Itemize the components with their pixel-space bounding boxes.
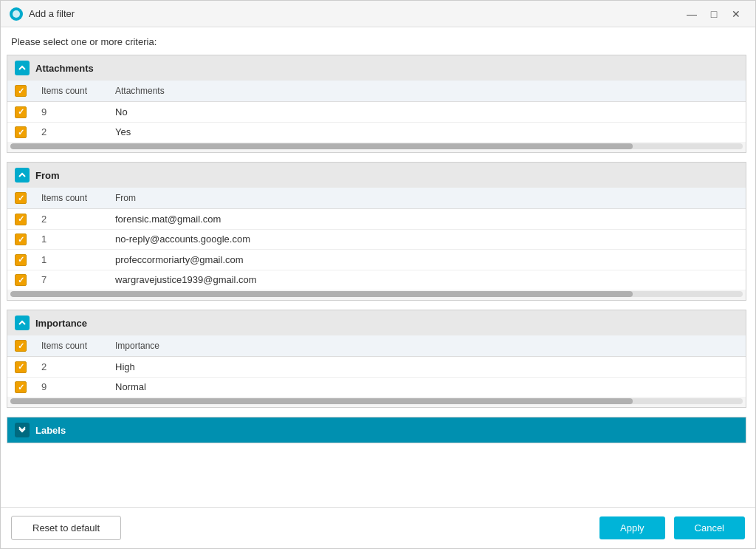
row-checkbox[interactable]	[15, 233, 27, 245]
attachments-scrollbar-row	[7, 142, 746, 152]
importance-scrollbar-row	[7, 397, 746, 407]
table-row: 1 profeccormoriarty@gmail.com	[7, 250, 746, 270]
attachments-all-checkbox[interactable]	[15, 85, 27, 97]
row-checkbox[interactable]	[15, 214, 27, 225]
importance-all-checkbox[interactable]	[15, 340, 27, 352]
row-checkbox[interactable]	[15, 274, 27, 286]
value-cell: no-reply@accounts.google.com	[108, 229, 746, 250]
title-bar: Add a filter — □ ✕	[1, 1, 755, 27]
row-checkbox[interactable]	[15, 361, 27, 373]
collapse-labels-icon[interactable]	[15, 423, 30, 437]
count-cell: 1	[34, 250, 108, 270]
value-cell: No	[108, 102, 746, 123]
from-table: Items count From 2 forensic.mat@gmail.co…	[7, 188, 746, 290]
count-cell: 2	[34, 122, 108, 142]
svg-point-0	[13, 10, 20, 18]
collapse-from-icon[interactable]	[15, 168, 30, 183]
add-filter-dialog: Add a filter — □ ✕ Please select one or …	[0, 0, 756, 549]
table-row: 7 wargravejustice1939@gmail.com	[7, 270, 746, 290]
labels-header[interactable]: Labels	[7, 417, 746, 443]
table-row: 9 No	[7, 102, 746, 123]
apply-button[interactable]: Apply	[599, 516, 665, 539]
value-cell: Yes	[108, 122, 746, 142]
count-cell: 9	[34, 377, 108, 397]
attachments-title: Attachments	[35, 63, 94, 74]
attachments-header[interactable]: Attachments	[7, 55, 746, 81]
table-row: 1 no-reply@accounts.google.com	[7, 229, 746, 250]
importance-value-header: Importance	[108, 335, 746, 357]
value-cell: wargravejustice1939@gmail.com	[108, 270, 746, 290]
importance-header[interactable]: Importance	[7, 310, 746, 335]
from-scrollbar-row	[7, 290, 746, 300]
importance-count-header: Items count	[34, 335, 108, 357]
importance-table: Items count Importance 2 High 9	[7, 335, 746, 397]
collapse-importance-icon[interactable]	[15, 316, 30, 330]
table-row: 2 High	[7, 357, 746, 378]
count-cell: 2	[34, 357, 108, 378]
dialog-footer: Reset to default Apply Cancel	[1, 507, 755, 548]
count-cell: 1	[34, 229, 108, 250]
attachments-section: Attachments Items count Attachments	[7, 55, 746, 153]
close-button[interactable]: ✕	[726, 6, 746, 22]
row-checkbox[interactable]	[15, 126, 27, 138]
dialog-title: Add a filter	[29, 8, 75, 19]
attachments-hscroll[interactable]	[10, 143, 743, 149]
importance-hscroll-thumb	[10, 398, 633, 404]
count-cell: 7	[34, 270, 108, 290]
app-icon	[10, 7, 23, 21]
instruction-text: Please select one or more criteria:	[7, 36, 749, 55]
table-row: 2 forensic.mat@gmail.com	[7, 209, 746, 230]
minimize-button[interactable]: —	[681, 6, 702, 22]
attachments-check-header	[7, 81, 34, 102]
count-cell: 2	[34, 209, 108, 230]
reset-button[interactable]: Reset to default	[11, 516, 121, 540]
scroll-area[interactable]: Attachments Items count Attachments	[7, 55, 749, 507]
cancel-button[interactable]: Cancel	[674, 516, 745, 539]
attachments-table: Items count Attachments 9 No 2	[7, 81, 746, 142]
attachments-value-header: Attachments	[108, 81, 746, 102]
from-title: From	[35, 170, 60, 181]
dialog-body: Please select one or more criteria: Atta…	[1, 27, 755, 507]
value-cell: forensic.mat@gmail.com	[108, 209, 746, 230]
row-checkbox[interactable]	[15, 106, 27, 118]
from-check-header	[7, 188, 34, 209]
from-value-header: From	[108, 188, 746, 209]
value-cell: profeccormoriarty@gmail.com	[108, 250, 746, 270]
importance-title: Importance	[35, 318, 87, 329]
row-checkbox[interactable]	[15, 254, 27, 266]
title-bar-left: Add a filter	[10, 7, 75, 21]
action-buttons: Apply Cancel	[599, 516, 745, 539]
from-all-checkbox[interactable]	[15, 192, 27, 204]
labels-section: Labels	[7, 417, 746, 443]
collapse-attachments-icon[interactable]	[15, 61, 30, 75]
table-row: 9 Normal	[7, 377, 746, 397]
importance-check-header	[7, 335, 34, 357]
from-hscroll[interactable]	[10, 291, 743, 297]
attachments-hscroll-thumb	[10, 143, 633, 149]
attachments-count-header: Items count	[34, 81, 108, 102]
window-controls: — □ ✕	[681, 6, 746, 22]
from-hscroll-thumb	[10, 291, 633, 297]
labels-title: Labels	[35, 425, 66, 436]
count-cell: 9	[34, 102, 108, 123]
value-cell: Normal	[108, 377, 746, 397]
importance-hscroll[interactable]	[10, 398, 743, 404]
from-header[interactable]: From	[7, 163, 746, 188]
row-checkbox[interactable]	[15, 381, 27, 393]
table-row: 2 Yes	[7, 122, 746, 142]
value-cell: High	[108, 357, 746, 378]
importance-section: Importance Items count Importance	[7, 310, 746, 408]
from-count-header: Items count	[34, 188, 108, 209]
maximize-button[interactable]: □	[704, 6, 724, 22]
from-section: From Items count From	[7, 162, 746, 301]
